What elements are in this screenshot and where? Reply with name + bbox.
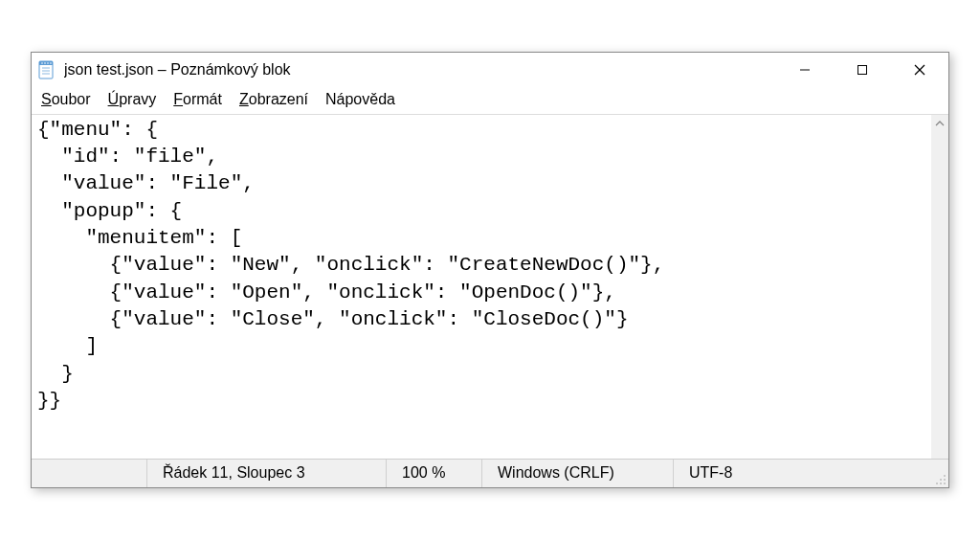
resize-grip[interactable]	[929, 460, 948, 487]
svg-point-4	[47, 62, 49, 64]
status-zoom: 100 %	[386, 460, 481, 487]
svg-point-17	[940, 483, 942, 484]
menu-edit[interactable]: Úpravy	[106, 91, 159, 108]
status-line-endings: Windows (CRLF)	[481, 460, 673, 487]
menu-format[interactable]: Formát	[171, 91, 224, 108]
titlebar[interactable]: json test.json – Poznámkový blok	[32, 53, 948, 87]
maximize-icon	[857, 64, 868, 76]
scroll-up-icon[interactable]	[931, 115, 948, 132]
statusbar: Řádek 11, Sloupec 3 100 % Windows (CRLF)…	[32, 459, 948, 487]
close-button[interactable]	[891, 53, 948, 87]
svg-point-13	[944, 475, 946, 477]
vertical-scrollbar[interactable]	[931, 115, 948, 459]
status-encoding: UTF-8	[673, 460, 929, 487]
window-controls	[776, 53, 948, 87]
svg-point-18	[944, 483, 946, 484]
svg-point-5	[50, 62, 52, 64]
svg-point-14	[940, 479, 942, 481]
menu-view[interactable]: Zobrazení	[237, 91, 310, 108]
notepad-window: json test.json – Poznámkový blok Soubor …	[31, 52, 949, 488]
menu-help[interactable]: Nápověda	[323, 91, 397, 108]
window-title: json test.json – Poznámkový blok	[64, 61, 776, 79]
svg-point-2	[41, 62, 43, 64]
svg-point-15	[944, 479, 946, 481]
close-icon	[914, 64, 925, 76]
status-spacer	[32, 460, 146, 487]
resize-grip-icon	[935, 474, 947, 485]
status-line-column: Řádek 11, Sloupec 3	[146, 460, 386, 487]
notepad-app-icon	[37, 58, 56, 81]
svg-rect-10	[858, 65, 867, 74]
menu-file[interactable]: Soubor	[39, 91, 93, 108]
minimize-icon	[799, 64, 811, 76]
svg-point-16	[936, 483, 938, 484]
maximize-button[interactable]	[834, 53, 891, 87]
text-editor[interactable]: {"menu": { "id": "file", "value": "File"…	[32, 115, 931, 459]
menubar: Soubor Úpravy Formát Zobrazení Nápověda	[32, 87, 948, 114]
editor-area: {"menu": { "id": "file", "value": "File"…	[32, 114, 948, 459]
svg-point-3	[44, 62, 46, 64]
minimize-button[interactable]	[776, 53, 834, 87]
